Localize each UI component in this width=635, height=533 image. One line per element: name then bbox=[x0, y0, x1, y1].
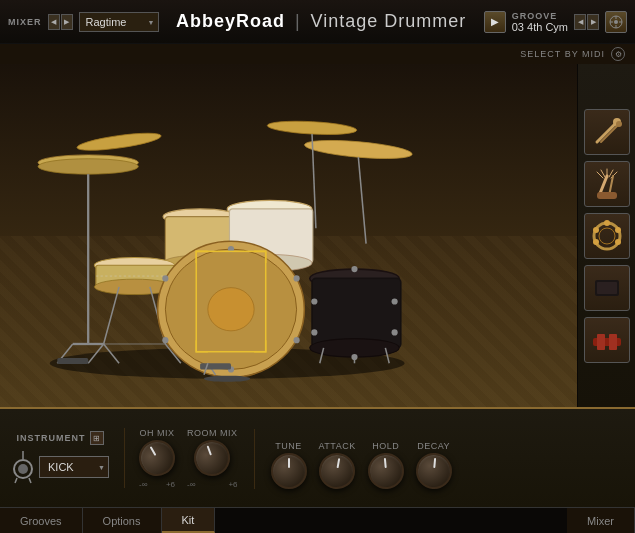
instrument-section: INSTRUMENT ⊞ KICK SNARE bbox=[10, 431, 110, 485]
svg-point-79 bbox=[615, 239, 621, 245]
room-mix-min: -∞ bbox=[187, 480, 195, 489]
room-mix-knob-container bbox=[194, 440, 230, 476]
instrument-dropdown[interactable]: KICK SNARE HH bbox=[39, 456, 109, 478]
attack-knob[interactable] bbox=[316, 450, 358, 492]
red-accessory-icon bbox=[589, 322, 625, 358]
mixer-nav-arrows: ◀ ▶ bbox=[48, 14, 73, 30]
svg-point-80 bbox=[593, 239, 599, 245]
svg-point-60 bbox=[392, 329, 398, 335]
mixer-next-arrow[interactable]: ▶ bbox=[61, 14, 73, 30]
groove-name: 03 4th Cym bbox=[512, 21, 568, 33]
mute-pad-item[interactable] bbox=[584, 265, 630, 311]
groove-nav-arrows: ◀ ▶ bbox=[574, 14, 599, 30]
svg-point-40 bbox=[163, 275, 169, 281]
svg-rect-84 bbox=[597, 334, 605, 350]
tune-knob[interactable] bbox=[271, 453, 307, 489]
midi-settings-icon[interactable]: ⚙ bbox=[611, 47, 625, 61]
hold-group: HOLD bbox=[368, 441, 404, 489]
svg-point-59 bbox=[312, 329, 318, 335]
app-title: AbbeyRoad | Vintage Drummer bbox=[159, 11, 484, 32]
midi-icon bbox=[609, 15, 623, 29]
svg-point-42 bbox=[163, 337, 169, 343]
svg-point-16 bbox=[267, 119, 357, 136]
separator-2 bbox=[254, 429, 255, 489]
svg-line-30 bbox=[104, 286, 119, 343]
svg-point-41 bbox=[294, 275, 300, 281]
hold-knob[interactable] bbox=[366, 451, 405, 490]
attack-group: ATTACK bbox=[319, 441, 356, 489]
instrument-selector: KICK SNARE HH bbox=[11, 449, 109, 485]
app-container: MIXER ◀ ▶ Ragtime Jazz Swing AbbeyRoad |… bbox=[0, 0, 635, 533]
oh-mix-label: OH MIX bbox=[139, 428, 174, 438]
svg-point-13 bbox=[77, 129, 163, 153]
room-mix-knob[interactable] bbox=[189, 434, 235, 480]
instrument-icon-button[interactable]: ⊞ bbox=[90, 431, 104, 445]
brushes-icon bbox=[589, 166, 625, 202]
groove-section: ▶ GROOVE 03 4th Cym ◀ ▶ bbox=[484, 11, 627, 33]
svg-point-8 bbox=[38, 158, 138, 173]
drum-kit-area bbox=[0, 64, 455, 407]
tab-mixer[interactable]: Mixer bbox=[567, 508, 635, 533]
svg-line-64 bbox=[601, 124, 619, 142]
room-mix-values: -∞ +6 bbox=[187, 480, 238, 489]
tambourine-icon bbox=[589, 218, 625, 254]
oh-mix-max: +6 bbox=[166, 480, 175, 489]
right-panel bbox=[577, 64, 635, 407]
mixer-label: MIXER bbox=[8, 17, 42, 27]
svg-point-1 bbox=[614, 20, 618, 24]
decay-knob-container bbox=[416, 453, 452, 489]
groove-midi-button[interactable] bbox=[605, 11, 627, 33]
oh-mix-knob[interactable] bbox=[132, 433, 181, 482]
svg-point-48 bbox=[204, 375, 250, 381]
room-mix-group: ROOM MIX -∞ +6 bbox=[187, 428, 238, 489]
svg-point-74 bbox=[594, 223, 620, 249]
brushes-item[interactable] bbox=[584, 161, 630, 207]
svg-line-62 bbox=[597, 122, 617, 142]
kick-icon bbox=[11, 449, 35, 485]
tab-spacer bbox=[215, 508, 567, 533]
svg-point-78 bbox=[593, 227, 599, 233]
hold-label: HOLD bbox=[372, 441, 399, 451]
tune-group: TUNE bbox=[271, 441, 307, 489]
oh-mix-knob-container bbox=[139, 440, 175, 476]
groove-next-arrow[interactable]: ▶ bbox=[587, 14, 599, 30]
groove-info: GROOVE 03 4th Cym bbox=[512, 11, 568, 33]
svg-rect-50 bbox=[312, 278, 401, 347]
svg-point-76 bbox=[604, 220, 610, 226]
header: MIXER ◀ ▶ Ragtime Jazz Swing AbbeyRoad |… bbox=[0, 0, 635, 44]
tune-label: TUNE bbox=[275, 441, 302, 451]
mixer-prev-arrow[interactable]: ◀ bbox=[48, 14, 60, 30]
tune-knob-container bbox=[271, 453, 307, 489]
svg-line-15 bbox=[359, 157, 367, 243]
svg-point-55 bbox=[352, 266, 358, 272]
room-mix-label: ROOM MIX bbox=[187, 428, 238, 438]
oh-mix-min: -∞ bbox=[139, 480, 147, 489]
midi-bar: SELECT BY MIDI ⚙ bbox=[0, 44, 635, 64]
title-pipe: | bbox=[289, 11, 307, 31]
svg-rect-61 bbox=[58, 357, 89, 363]
title-vintage: Vintage Drummer bbox=[311, 11, 467, 31]
svg-rect-82 bbox=[597, 282, 617, 294]
tab-kit[interactable]: Kit bbox=[162, 508, 216, 533]
red-accessory-item[interactable] bbox=[584, 317, 630, 363]
attack-label: ATTACK bbox=[319, 441, 356, 451]
svg-point-65 bbox=[616, 121, 622, 127]
play-button[interactable]: ▶ bbox=[484, 11, 506, 33]
oh-mix-group: OH MIX -∞ +6 bbox=[139, 428, 175, 489]
groove-label: GROOVE bbox=[512, 11, 558, 21]
svg-rect-73 bbox=[597, 192, 617, 199]
decay-group: DECAY bbox=[416, 441, 452, 489]
svg-point-77 bbox=[615, 227, 621, 233]
tambourine-item[interactable] bbox=[584, 213, 630, 259]
tab-options[interactable]: Options bbox=[83, 508, 162, 533]
groove-prev-arrow[interactable]: ◀ bbox=[574, 14, 586, 30]
oh-mix-values: -∞ +6 bbox=[139, 480, 175, 489]
kick-drum-icon bbox=[11, 449, 35, 485]
drumsticks-item[interactable] bbox=[584, 109, 630, 155]
instrument-label: INSTRUMENT bbox=[17, 433, 86, 443]
decay-label: DECAY bbox=[417, 441, 450, 451]
mixer-dropdown[interactable]: Ragtime Jazz Swing bbox=[79, 12, 159, 32]
decay-knob[interactable] bbox=[414, 451, 453, 490]
tab-grooves[interactable]: Grooves bbox=[0, 508, 83, 533]
bottom-controls: INSTRUMENT ⊞ KICK SNARE bbox=[0, 407, 635, 507]
